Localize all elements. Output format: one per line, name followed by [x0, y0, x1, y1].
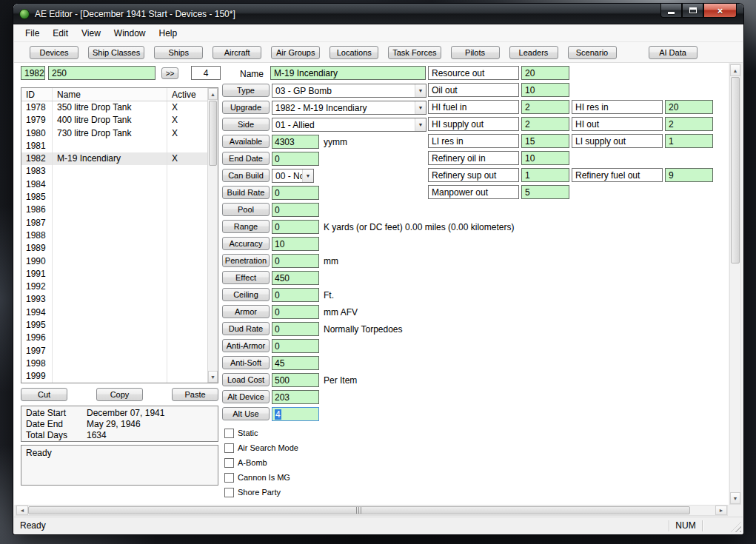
field-dropdown-side[interactable]: 01 - Allied▼	[272, 118, 426, 132]
device-row-1979[interactable]: 1979400 litre Drop TankX	[21, 114, 207, 127]
field-button-upgrade[interactable]: Upgrade	[222, 101, 270, 114]
field-dropdown-can-build[interactable]: 00 - No▼	[272, 169, 314, 183]
economy-value-hi-out[interactable]: 2	[665, 117, 713, 131]
field-button-dud-rate[interactable]: Dud Rate	[222, 322, 270, 335]
device-row-1997[interactable]: 1997	[21, 345, 207, 357]
field-input-accuracy[interactable]: 10	[272, 237, 319, 251]
device-row-1978[interactable]: 1978350 litre Drop TankX	[21, 101, 207, 114]
toolbar-button-locations[interactable]: Locations	[330, 46, 378, 59]
toolbar-button-air-groups[interactable]: Air Groups	[271, 46, 320, 59]
field-button-available[interactable]: Available	[222, 135, 270, 148]
record-id-field[interactable]: 1982	[21, 66, 45, 80]
field-button-alt-device[interactable]: Alt Device	[222, 390, 270, 403]
checkbox-static[interactable]: Static	[224, 427, 258, 439]
goto-id-field[interactable]: 250	[48, 66, 155, 80]
field-dropdown-type[interactable]: 03 - GP Bomb▼	[272, 84, 426, 98]
economy-value-hi-fuel-in[interactable]: 2	[521, 100, 569, 114]
vertical-scrollbar-thumb[interactable]	[731, 77, 740, 263]
goto-button[interactable]: >>	[161, 67, 178, 79]
field-input-pool[interactable]: 0	[272, 203, 319, 217]
scroll-up-icon[interactable]: ▲	[208, 88, 218, 100]
toolbar-button-scenario[interactable]: Scenario	[568, 46, 617, 59]
device-name-field[interactable]: M-19 Incendiary	[270, 66, 426, 80]
toolbar-button-leaders[interactable]: Leaders	[509, 46, 558, 59]
field-input-load-cost[interactable]: 500	[272, 373, 319, 387]
economy-value-oil-out[interactable]: 10	[521, 83, 569, 97]
toolbar-button-pilots[interactable]: Pilots	[451, 46, 500, 59]
economy-value-li-res-in[interactable]: 15	[521, 134, 569, 148]
field-button-penetration[interactable]: Penetration	[222, 254, 270, 267]
checkbox-cannon-is-mg[interactable]: Cannon Is MG	[224, 471, 290, 483]
field-button-anti-armor[interactable]: Anti-Armor	[222, 339, 270, 352]
device-row-1981[interactable]: 1981	[21, 140, 207, 152]
checkbox-a-bomb[interactable]: A-Bomb	[224, 457, 267, 469]
horizontal-scrollbar-thumb[interactable]	[28, 506, 690, 514]
scroll-right-icon[interactable]: ►	[715, 506, 727, 515]
field-input-anti-soft[interactable]: 45	[272, 356, 319, 370]
toolbar-button-aircraft[interactable]: Aircraft	[213, 46, 261, 59]
field-input-alt-device[interactable]: 203	[272, 390, 319, 404]
field-button-effect[interactable]: Effect	[222, 271, 270, 284]
field-button-ceiling[interactable]: Ceiling	[222, 288, 270, 301]
device-row-1983[interactable]: 1983	[21, 165, 207, 178]
checkbox-shore-party[interactable]: Shore Party	[224, 486, 281, 498]
field-input-effect[interactable]: 450	[272, 271, 319, 285]
field-input-anti-armor[interactable]: 0	[272, 339, 319, 353]
field-input-available[interactable]: 4303	[272, 135, 319, 149]
toolbar-button-ai-data[interactable]: AI Data	[649, 46, 698, 59]
device-row-1991[interactable]: 1991	[21, 268, 207, 281]
minimize-button[interactable]	[660, 4, 682, 18]
menu-item-window[interactable]: Window	[107, 25, 153, 41]
field-dropdown-upgrade[interactable]: 1982 - M-19 Incendiary▼	[272, 101, 426, 115]
field-input-armor[interactable]: 0	[272, 305, 319, 319]
device-row-1980[interactable]: 1980730 litre Drop TankX	[21, 127, 207, 140]
device-row-1993[interactable]: 1993	[21, 293, 207, 306]
economy-value-hi-supply-out[interactable]: 2	[521, 117, 569, 131]
device-row-1982[interactable]: 1982M-19 IncendiaryX	[21, 152, 207, 165]
device-table-scrollbar[interactable]: ▲ ▼	[207, 88, 218, 383]
device-row-1992[interactable]: 1992	[21, 281, 207, 293]
device-row-1984[interactable]: 1984	[21, 178, 207, 191]
scroll-down-icon[interactable]: ▼	[208, 371, 218, 383]
economy-value-resource-out[interactable]: 20	[521, 66, 569, 80]
economy-value-li-supply-out[interactable]: 1	[665, 134, 713, 148]
field-button-build-rate[interactable]: Build Rate	[222, 186, 270, 199]
device-row-1994[interactable]: 1994	[21, 306, 207, 319]
copy-button[interactable]: Copy	[96, 388, 143, 401]
field-button-end-date[interactable]: End Date	[222, 152, 270, 165]
table-scrollbar-thumb[interactable]	[209, 101, 217, 166]
maximize-button[interactable]	[682, 4, 703, 18]
economy-value-manpower-out[interactable]: 5	[521, 185, 569, 199]
device-row-1990[interactable]: 1990	[21, 255, 207, 268]
close-button[interactable]: ×	[703, 4, 737, 18]
checkbox-air-search-mode[interactable]: Air Search Mode	[224, 442, 298, 454]
menu-item-file[interactable]: File	[19, 25, 46, 41]
economy-value-refinery-fuel-out[interactable]: 9	[665, 168, 713, 182]
resize-grip[interactable]	[731, 522, 741, 532]
field-button-type[interactable]: Type	[222, 84, 270, 97]
toolbar-button-ships[interactable]: Ships	[154, 46, 203, 59]
field-input-dud-rate[interactable]: 0	[272, 322, 319, 336]
device-row-1987[interactable]: 1987	[21, 217, 207, 229]
field-input-alt-use[interactable]: 4	[272, 407, 319, 421]
field-input-range[interactable]: 0	[272, 220, 319, 234]
field-button-accuracy[interactable]: Accuracy	[222, 237, 270, 250]
field-button-alt-use[interactable]: Alt Use	[222, 407, 270, 420]
paste-button[interactable]: Paste	[172, 388, 218, 401]
toolbar-button-devices[interactable]: Devices	[30, 46, 78, 59]
device-row-1985[interactable]: 1985	[21, 191, 207, 204]
menu-item-help[interactable]: Help	[153, 25, 184, 41]
field-input-ceiling[interactable]: 0	[272, 288, 319, 302]
field-button-armor[interactable]: Armor	[222, 305, 270, 318]
title-bar[interactable]: AE Editor - [December 1941 Start - Devic…	[13, 4, 743, 24]
device-row-1995[interactable]: 1995	[21, 319, 207, 332]
device-row-1999[interactable]: 1999	[21, 370, 207, 383]
field-button-pool[interactable]: Pool	[222, 203, 270, 216]
scroll-left-icon[interactable]: ◄	[16, 506, 28, 515]
vertical-scrollbar[interactable]: ▲ ▼	[729, 64, 741, 505]
field-button-anti-soft[interactable]: Anti-Soft	[222, 356, 270, 369]
field-button-side[interactable]: Side	[222, 118, 270, 131]
economy-value-hi-res-in[interactable]: 20	[665, 100, 713, 114]
menu-item-edit[interactable]: Edit	[46, 25, 75, 41]
field-input-penetration[interactable]: 0	[272, 254, 319, 268]
